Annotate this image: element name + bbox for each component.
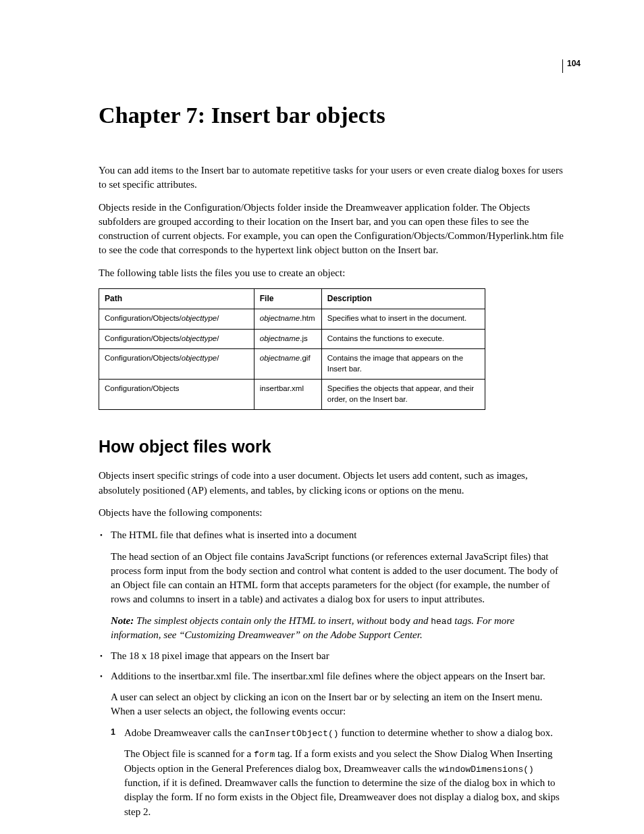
steps-list: Adobe Dreamweaver calls the canInsertObj… bbox=[111, 726, 567, 740]
files-table: Path File Description Configuration/Obje… bbox=[99, 288, 485, 410]
list-item-text: The HTML file that defines what is inser… bbox=[111, 529, 356, 540]
step-subparagraph: The Object file is scanned for a form ta… bbox=[124, 747, 567, 819]
list-item: The 18 x 18 pixel image that appears on … bbox=[99, 649, 567, 663]
cell-desc: Contains the image that appears on the I… bbox=[321, 349, 485, 380]
cell-path: Configuration/Objects bbox=[99, 380, 254, 410]
intro-paragraph-3: The following table lists the files you … bbox=[99, 266, 567, 280]
code-form-tag: form bbox=[254, 750, 275, 760]
col-header-desc: Description bbox=[321, 289, 485, 309]
list-item-subparagraph: The head section of an Object file conta… bbox=[111, 550, 567, 607]
code-head-tag: head bbox=[431, 617, 452, 627]
list-item: The HTML file that defines what is inser… bbox=[99, 528, 567, 542]
cell-file: insertbar.xml bbox=[254, 380, 321, 410]
code-body-tag: body bbox=[390, 617, 410, 627]
intro-paragraph-2: Objects reside in the Configuration/Obje… bbox=[99, 201, 567, 258]
list-item-subparagraph: A user can select an object by clicking … bbox=[111, 690, 567, 719]
cell-path: Configuration/Objects/objecttype/ bbox=[99, 329, 254, 349]
code-windowdimensions: windowDimensions() bbox=[439, 764, 534, 775]
list-item: Additions to the insertbar.xml file. The… bbox=[99, 669, 567, 683]
components-list-cont: The 18 x 18 pixel image that appears on … bbox=[99, 649, 567, 683]
section-paragraph-1: Objects insert specific strings of code … bbox=[99, 469, 567, 498]
note: Note: The simplest objects contain only … bbox=[111, 614, 567, 643]
step-item: Adobe Dreamweaver calls the canInsertObj… bbox=[111, 726, 567, 740]
table-row: Configuration/Objects/objecttype/ object… bbox=[99, 329, 485, 349]
cell-path: Configuration/Objects/objecttype/ bbox=[99, 349, 254, 380]
list-item-text: The 18 x 18 pixel image that appears on … bbox=[111, 650, 329, 661]
cell-file: objectname.gif bbox=[254, 349, 321, 380]
cell-file: objectname.js bbox=[254, 329, 321, 349]
table-row: Configuration/Objects insertbar.xml Spec… bbox=[99, 380, 485, 410]
page: 104 Chapter 7: Insert bar objects You ca… bbox=[0, 0, 644, 834]
section-title: How object files work bbox=[99, 437, 567, 457]
page-number: 104 bbox=[562, 59, 581, 73]
list-item-text: Additions to the insertbar.xml file. The… bbox=[111, 671, 545, 681]
intro-paragraph-1: You can add items to the Insert bar to a… bbox=[99, 163, 567, 192]
chapter-title: Chapter 7: Insert bar objects bbox=[99, 103, 567, 128]
components-list: The HTML file that defines what is inser… bbox=[99, 528, 567, 542]
section-paragraph-2: Objects have the following components: bbox=[99, 506, 567, 520]
col-header-file: File bbox=[254, 289, 321, 309]
table-header-row: Path File Description bbox=[99, 289, 485, 309]
cell-file: objectname.htm bbox=[254, 309, 321, 330]
table-row: Configuration/Objects/objecttype/ object… bbox=[99, 349, 485, 380]
cell-desc: Specifies the objects that appear, and t… bbox=[321, 380, 485, 410]
table-row: Configuration/Objects/objecttype/ object… bbox=[99, 309, 485, 330]
code-caninsertobject: canInsertObject() bbox=[249, 729, 339, 739]
cell-desc: Contains the functions to execute. bbox=[321, 329, 485, 349]
cell-path: Configuration/Objects/objecttype/ bbox=[99, 309, 254, 330]
note-label: Note: bbox=[111, 615, 136, 626]
cell-desc: Specifies what to insert in the document… bbox=[321, 309, 485, 330]
col-header-path: Path bbox=[99, 289, 254, 309]
